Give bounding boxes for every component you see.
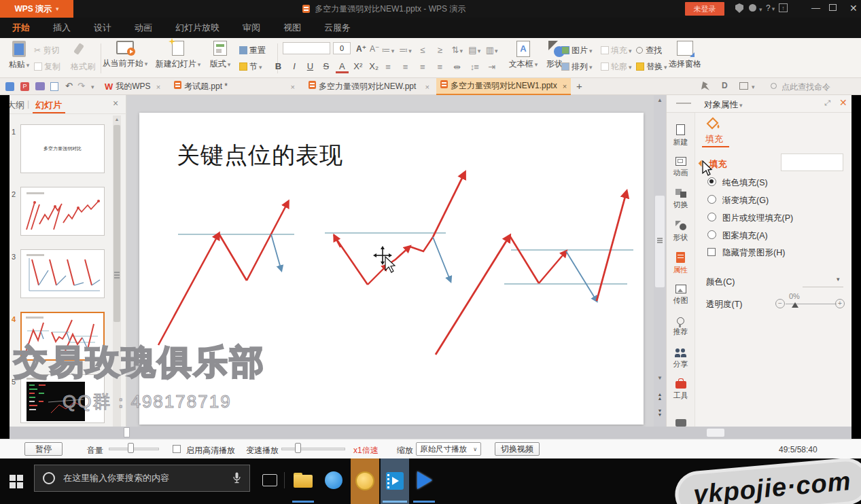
increase-icon[interactable]: +: [835, 299, 845, 308]
align-text-icon[interactable]: ▤▾: [467, 45, 481, 55]
find-button[interactable]: 查找: [636, 45, 662, 56]
line-spacing-icon[interactable]: ↕≡: [467, 62, 481, 72]
new-slide-button[interactable]: 新建幻灯片▾: [154, 41, 203, 70]
volume-slider[interactable]: [109, 448, 159, 450]
sidebar-item-new[interactable]: 新建: [667, 120, 695, 151]
copy-button[interactable]: 复制: [34, 61, 60, 73]
reset-button[interactable]: 重置: [239, 45, 266, 56]
color-dropdown[interactable]: ▾: [837, 276, 840, 283]
speed-slider[interactable]: [281, 448, 345, 450]
bullet-list-icon[interactable]: ≔▾: [381, 45, 395, 55]
scrollbar-thumb[interactable]: [113, 125, 120, 322]
close-panel-icon[interactable]: ✕: [839, 97, 847, 108]
sidebar-item-transition[interactable]: 切换: [667, 183, 695, 215]
radio-solid-fill[interactable]: [707, 177, 716, 186]
font-family-combo[interactable]: [283, 42, 330, 54]
sidebar-item-share[interactable]: 分享: [667, 343, 695, 375]
sidebar-item-upload-image[interactable]: 传图: [667, 279, 695, 311]
section-button[interactable]: 节▾: [239, 61, 262, 73]
slide-thumbnail-2[interactable]: [20, 187, 105, 236]
print-preview-icon[interactable]: [50, 82, 58, 91]
columns-icon[interactable]: ▥▾: [485, 45, 499, 55]
outline-button[interactable]: 轮廓▾: [601, 61, 632, 73]
feedback-icon[interactable]: ↑: [779, 3, 788, 12]
switch-video-button[interactable]: 切换视频: [495, 442, 540, 456]
expand-panel-icon[interactable]: ⤢: [824, 98, 830, 107]
radio-gradient-fill[interactable]: [707, 195, 716, 204]
scroll-down-icon[interactable]: ▼: [654, 375, 666, 381]
doc-tab-home[interactable]: W 我的WPS×: [101, 78, 164, 95]
text-box-button[interactable]: A 文本框▾: [506, 41, 541, 70]
tab-slideshow[interactable]: 幻灯片放映: [175, 22, 219, 34]
app-menu-button[interactable]: WPS 演示▾: [0, 0, 73, 18]
decrease-icon[interactable]: −: [775, 299, 785, 308]
scrollbar-left-piece[interactable]: [124, 427, 130, 437]
tab-view[interactable]: 视图: [283, 22, 301, 34]
slide-thumbnail-3[interactable]: [20, 249, 105, 298]
numbered-list-icon[interactable]: ≕▾: [398, 45, 412, 55]
sidebar-item-animation[interactable]: 动画: [667, 151, 695, 183]
tab-cloud[interactable]: 云服务: [324, 22, 351, 34]
checkbox-hide-background[interactable]: [707, 248, 716, 256]
radio-picture-fill[interactable]: [707, 213, 716, 221]
scroll-up-icon[interactable]: ▲: [113, 115, 121, 124]
doc-tab-2[interactable]: 多空力量强弱对比NEW.ppt ×: [304, 78, 434, 95]
resize-grip-icon[interactable]: [114, 272, 120, 273]
scroll-up-icon[interactable]: ▲: [654, 95, 666, 106]
vertical-scrollbar[interactable]: ▲ ▼ ▲▲ ▼▼: [654, 95, 666, 427]
pause-button[interactable]: 暂停: [24, 442, 63, 456]
selection-pane-button[interactable]: 选择窗格: [663, 41, 707, 70]
layout-switch-icon[interactable]: [739, 82, 748, 90]
speed-slider-thumb[interactable]: [295, 443, 301, 453]
sidebar-item-recommend[interactable]: 推荐: [667, 311, 695, 343]
shield-icon[interactable]: [735, 3, 743, 13]
assistant-icon[interactable]: [701, 82, 709, 90]
horizontal-scrollbar[interactable]: [10, 427, 851, 439]
taskbar-video-player[interactable]: [381, 458, 409, 504]
close-button[interactable]: ✕: [849, 3, 858, 14]
indent-increase-icon[interactable]: ≥: [432, 45, 446, 55]
command-search-box[interactable]: 点此查找命令: [781, 82, 830, 93]
text-direction-icon[interactable]: ⇅▾: [450, 45, 464, 55]
account-icon[interactable]: [749, 4, 756, 12]
undo-icon[interactable]: ↶: [65, 81, 73, 91]
indent-decrease-icon[interactable]: ≤: [415, 45, 429, 55]
login-button[interactable]: 未登录: [685, 2, 724, 16]
print-icon[interactable]: [35, 82, 45, 90]
export-pdf-icon[interactable]: P: [20, 82, 29, 91]
volume-slider-thumb[interactable]: [128, 443, 134, 453]
radio-pattern-fill[interactable]: [707, 230, 716, 239]
tab-insert[interactable]: 插入: [53, 22, 71, 34]
slider-thumb[interactable]: [792, 302, 798, 308]
distribute-icon[interactable]: ⇹: [450, 62, 464, 72]
hd-checkbox[interactable]: [173, 445, 181, 453]
taskbar-file-explorer[interactable]: [294, 473, 313, 488]
close-tab-icon[interactable]: ×: [156, 83, 160, 91]
subscript-button[interactable]: X₂: [368, 61, 381, 71]
paste-button[interactable]: 粘贴▾: [5, 41, 33, 71]
close-tab-icon[interactable]: ×: [425, 83, 429, 91]
close-panel-icon[interactable]: ×: [113, 98, 118, 109]
sidebar-item-properties[interactable]: 属性: [667, 247, 695, 279]
picture-button[interactable]: 图片▾: [561, 45, 593, 56]
italic-button[interactable]: I: [287, 61, 300, 71]
decrease-font-icon[interactable]: A⁻: [370, 44, 379, 54]
sidebar-item-tools[interactable]: 工具: [667, 375, 695, 407]
play-from-current-button[interactable]: 从当前开始▾: [99, 41, 151, 69]
panel-drag-handle[interactable]: [676, 103, 691, 104]
tab-slides[interactable]: 幻灯片: [35, 99, 62, 111]
previous-slide-button[interactable]: ▲▲: [654, 393, 666, 401]
scrollbar-thumb[interactable]: [707, 429, 724, 437]
fill-value-input[interactable]: [781, 154, 843, 171]
tab-home[interactable]: 开始: [12, 22, 30, 34]
superscript-button[interactable]: X²: [351, 61, 364, 71]
font-size-combo[interactable]: 0: [333, 42, 351, 54]
tab-animation[interactable]: 动画: [135, 22, 152, 34]
task-view-button[interactable]: [262, 474, 277, 486]
increase-font-icon[interactable]: A⁺: [356, 44, 366, 54]
arrange-button[interactable]: 排列▾: [561, 61, 593, 73]
skin-icon[interactable]: D: [722, 81, 728, 90]
start-button[interactable]: [10, 475, 23, 488]
fill-tab-label[interactable]: 填充: [705, 133, 723, 145]
scrollbar-thumb[interactable]: [655, 196, 665, 287]
